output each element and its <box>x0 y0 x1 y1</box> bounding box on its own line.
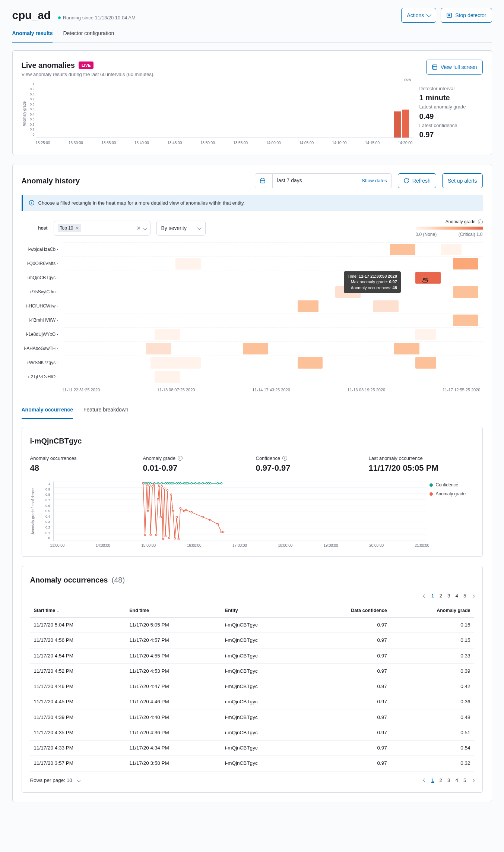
page-2[interactable]: 2 <box>439 777 442 784</box>
table-row[interactable]: 11/17/20 4:33 PM11/17/20 4:34 PMi-mQjnCB… <box>30 741 474 756</box>
page-1[interactable]: 1 <box>431 777 434 784</box>
heatmap[interactable]: Time: 11-17 21:30:53 2020 Max anomaly gr… <box>62 242 483 384</box>
page-3[interactable]: 3 <box>447 777 450 784</box>
heatmap-cell[interactable] <box>415 329 436 340</box>
table-row[interactable]: 11/17/20 5:04 PM11/17/20 5:05 PMi-mQjnCB… <box>30 618 474 633</box>
svg-point-59 <box>165 535 166 537</box>
set-up-alerts-button[interactable]: Set up alerts <box>442 173 483 188</box>
heatmap-cell[interactable] <box>441 244 462 255</box>
heatmap-cell[interactable] <box>453 258 478 269</box>
heatmap-ylabel: i-wbjdaHzaCb - <box>22 242 58 256</box>
tab-anomaly-occurrence[interactable]: Anomaly occurrence <box>22 402 73 419</box>
live-badge: Live <box>79 61 93 69</box>
svg-point-34 <box>187 483 188 484</box>
sort-desc-icon: ↓ <box>57 607 59 614</box>
svg-point-38 <box>202 483 203 484</box>
entity-tag[interactable]: Top 10 ✕ <box>58 224 81 232</box>
page-4[interactable]: 4 <box>455 777 458 784</box>
svg-point-51 <box>153 483 155 485</box>
fullscreen-icon <box>432 64 438 70</box>
prev-page-button[interactable] <box>423 594 427 598</box>
svg-point-43 <box>221 483 222 484</box>
heatmap-cell[interactable] <box>146 343 171 354</box>
heatmap-cell[interactable] <box>175 357 201 369</box>
table-row[interactable]: 11/17/20 4:56 PM11/17/20 4:57 PMi-mQjnCB… <box>30 633 474 648</box>
show-dates-link[interactable]: Show dates <box>362 177 387 184</box>
chevron-down-icon <box>143 226 147 230</box>
prev-page-button[interactable] <box>423 779 427 782</box>
col-start[interactable]: Start time↓ <box>30 604 126 617</box>
confidence-dot-icon <box>429 483 433 487</box>
heatmap-cell[interactable] <box>415 357 436 369</box>
page-5[interactable]: 5 <box>463 592 466 600</box>
heatmap-tooltip: Time: 11-17 21:30:53 2020 Max anomaly gr… <box>344 271 401 293</box>
heatmap-cell[interactable] <box>390 244 415 255</box>
next-page-button[interactable] <box>471 594 475 598</box>
date-picker[interactable]: last 7 days Show dates <box>255 173 392 188</box>
page-2[interactable]: 2 <box>439 592 442 600</box>
table-row[interactable]: 11/17/20 4:39 PM11/17/20 4:40 PMi-mQjnCB… <box>30 710 474 725</box>
svg-point-23 <box>161 483 162 484</box>
svg-point-28 <box>172 483 174 484</box>
svg-point-53 <box>157 499 159 500</box>
svg-point-49 <box>150 534 151 536</box>
heatmap-cell[interactable] <box>298 357 323 369</box>
col-grade[interactable]: Anomaly grade <box>391 604 474 617</box>
heatmap-ylabel: i-Q0OlR6VMfs - <box>22 256 58 271</box>
table-row[interactable]: 11/17/20 4:45 PM11/17/20 4:46 PMi-mQjnCB… <box>30 694 474 710</box>
heatmap-ylabel: i-AHAboGswTH - <box>22 341 58 356</box>
rows-per-page[interactable]: Rows per page: 10 <box>30 777 80 784</box>
table-row[interactable]: 11/17/20 4:46 PM11/17/20 4:47 PMi-mQjnCB… <box>30 679 474 694</box>
svg-point-69 <box>185 509 187 511</box>
table-row[interactable]: 11/17/20 4:35 PM11/17/20 4:36 PMi-mQjnCB… <box>30 725 474 740</box>
heatmap-row <box>62 370 483 384</box>
heatmap-cell[interactable] <box>155 371 180 383</box>
col-conf[interactable]: Data confidence <box>302 604 390 617</box>
sort-selector[interactable]: By severity <box>156 221 206 236</box>
heatmap-cell[interactable] <box>175 258 201 269</box>
svg-point-58 <box>164 488 165 489</box>
svg-point-22 <box>157 483 159 484</box>
entity-selector[interactable]: Top 10 ✕ × <box>54 221 150 236</box>
info-icon <box>178 456 183 461</box>
refresh-button[interactable]: Refresh <box>398 173 436 188</box>
svg-point-27 <box>170 483 172 484</box>
svg-point-62 <box>170 494 172 495</box>
tag-remove-icon[interactable]: ✕ <box>76 225 79 231</box>
clear-icon[interactable]: × <box>137 225 141 231</box>
page-5[interactable]: 5 <box>463 777 466 784</box>
heatmap-callout: Choose a filled rectangle in the heat ma… <box>22 195 483 211</box>
svg-point-19 <box>148 483 149 484</box>
stop-detector-button[interactable]: Stop detector <box>441 8 492 23</box>
svg-point-64 <box>174 537 175 539</box>
cursor-icon: 🖑 <box>422 276 428 286</box>
tab-anomaly-results[interactable]: Anomaly results <box>12 26 53 42</box>
tab-feature-breakdown[interactable]: Feature breakdown <box>83 402 129 419</box>
table-row[interactable]: 11/17/20 4:52 PM11/17/20 4:53 PMi-mQjnCB… <box>30 663 474 679</box>
heatmap-cell[interactable] <box>298 300 318 312</box>
occurrences-table: Start time↓ End time Entity Data confide… <box>30 604 474 771</box>
heatmap-cell[interactable] <box>373 300 399 312</box>
table-row[interactable]: 11/17/20 3:57 PM11/17/20 3:58 PMi-mQjnCB… <box>30 756 474 771</box>
heatmap-cell[interactable] <box>150 357 176 369</box>
svg-point-17 <box>144 483 146 484</box>
heatmap-cell[interactable] <box>155 329 180 340</box>
svg-point-40 <box>207 483 209 484</box>
view-full-screen-button[interactable]: View full screen <box>426 60 483 75</box>
info-icon <box>478 220 483 224</box>
heatmap-cell[interactable] <box>453 315 478 326</box>
next-page-button[interactable] <box>471 779 475 782</box>
page-1[interactable]: 1 <box>431 592 434 600</box>
heatmap-cell[interactable] <box>394 343 419 354</box>
col-entity[interactable]: Entity <box>221 604 303 617</box>
tab-detector-config[interactable]: Detector configuration <box>63 26 114 42</box>
heatmap-cell[interactable] <box>453 286 478 298</box>
svg-point-63 <box>172 510 174 512</box>
col-end[interactable]: End time <box>126 604 221 617</box>
date-range-label: last 7 days <box>277 177 302 184</box>
actions-button[interactable]: Actions <box>401 8 436 23</box>
page-3[interactable]: 3 <box>447 592 450 600</box>
page-4[interactable]: 4 <box>455 592 458 600</box>
table-row[interactable]: 11/17/20 4:54 PM11/17/20 4:55 PMi-mQjnCB… <box>30 648 474 663</box>
heatmap-cell[interactable] <box>243 343 268 354</box>
